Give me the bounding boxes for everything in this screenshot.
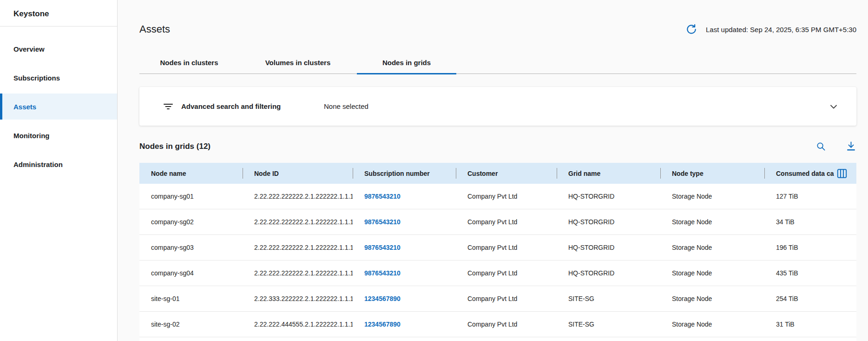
table-section-header: Nodes in grids (12) (139, 136, 856, 157)
page-title: Assets (139, 23, 170, 35)
last-updated-text: Last updated: Sep 24, 2025, 6:35 PM GMT+… (706, 26, 856, 33)
cell-type: Storage Node (660, 235, 764, 260)
cell-node-name: site-sg-02 (139, 312, 243, 337)
table-row: company-sg032.22.222.222222.2.1.222222.1… (139, 235, 856, 261)
column-header-node-name[interactable]: Node name (139, 163, 243, 184)
cell-customer: Company Pvt Ltd (456, 312, 557, 337)
column-header-customer[interactable]: Customer (456, 163, 557, 184)
sidebar-item-assets[interactable]: Assets (0, 94, 117, 120)
sidebar-item-monitoring[interactable]: Monitoring (0, 122, 117, 148)
table-body: company-sg012.22.222.222222.2.1.222222.1… (139, 184, 856, 337)
cell-customer: Company Pvt Ltd (456, 261, 557, 286)
cell-customer: Company Pvt Ltd (456, 209, 557, 234)
sidebar-item-overview[interactable]: Overview (0, 36, 117, 62)
search-icon[interactable] (815, 141, 826, 152)
cell-consumed: 254 TiB (764, 286, 856, 311)
column-header-grid-name[interactable]: Grid name (557, 163, 660, 184)
cell-node-id: 2.22.222.222222.2.1.222222.1.1.1.2 (243, 209, 353, 234)
table-row-partial (139, 337, 856, 341)
cell-consumed: 196 TiB (764, 235, 856, 260)
cell-grid: SITE-SG (557, 312, 660, 337)
subscription-number-link[interactable]: 9876543210 (364, 218, 401, 226)
cell-grid: HQ-STORGRID (557, 184, 660, 209)
filter-icon (163, 101, 174, 112)
download-icon[interactable] (846, 141, 856, 152)
cell-node-id: 2.22.222.222222.2.1.222222.1.1.1.3 (243, 235, 353, 260)
refresh-icon[interactable] (685, 23, 697, 35)
page-header: Assets Last updated: Sep 24, 2025, 6:35 … (139, 18, 856, 41)
cell-grid: HQ-STORGRID (557, 209, 660, 234)
subscription-number-link[interactable]: 1234567890 (364, 321, 401, 328)
sidebar-item-label: Subscriptions (13, 74, 60, 82)
column-header-subscription-number[interactable]: Subscription number (353, 163, 456, 184)
cell-subscription: 9876543210 (353, 184, 456, 209)
advanced-search-panel[interactable]: Advanced search and filtering None selec… (139, 87, 856, 126)
cell-subscription: 9876543210 (353, 209, 456, 234)
cell-consumed: 435 TiB (764, 261, 856, 286)
cell-consumed: 34 TiB (764, 209, 856, 234)
tab-bar: Nodes in clusters Volumes in clusters No… (139, 59, 856, 74)
cell-type: Storage Node (660, 184, 764, 209)
table-row: company-sg022.22.222.222222.2.1.222222.1… (139, 209, 856, 235)
sidebar-item-label: Monitoring (13, 132, 49, 140)
cell-node-name: company-sg04 (139, 261, 243, 286)
tab-label: Volumes in clusters (265, 59, 331, 67)
tab-volumes-in-clusters[interactable]: Volumes in clusters (248, 59, 348, 74)
cell-type: Storage Node (660, 312, 764, 337)
cell-node-id: 2.22.222.444555.2.1.222222.1.1.1.1 (243, 312, 353, 337)
chevron-down-icon[interactable] (828, 101, 839, 112)
cell-grid: HQ-STORGRID (557, 235, 660, 260)
cell-subscription: 1234567890 (353, 312, 456, 337)
tab-label: Nodes in clusters (160, 59, 218, 67)
cell-type: Storage Node (660, 286, 764, 311)
tab-label: Nodes in grids (382, 59, 431, 67)
cell-subscription: 9876543210 (353, 261, 456, 286)
cell-node-name: site-sg-01 (139, 286, 243, 311)
subscription-number-link[interactable]: 9876543210 (364, 244, 401, 251)
table-row: company-sg012.22.222.222222.2.1.222222.1… (139, 184, 856, 209)
cell-customer: Company Pvt Ltd (456, 286, 557, 311)
main-content: Assets Last updated: Sep 24, 2025, 6:35 … (118, 0, 868, 341)
cell-node-id: 2.22.222.222222.2.1.222222.1.1.1.1 (243, 184, 353, 209)
cell-subscription: 9876543210 (353, 235, 456, 260)
last-updated-group: Last updated: Sep 24, 2025, 6:35 PM GMT+… (685, 23, 856, 35)
sidebar: Keystone Overview Subscriptions Assets M… (0, 0, 118, 341)
table-row: company-sg042.22.222.222222.2.1.222222.1… (139, 261, 856, 286)
cell-node-name: company-sg01 (139, 184, 243, 209)
cell-consumed: 127 TiB (764, 184, 856, 209)
subscription-number-link[interactable]: 9876543210 (364, 269, 401, 277)
cell-subscription: 1234567890 (353, 286, 456, 311)
tab-nodes-in-clusters[interactable]: Nodes in clusters (139, 59, 239, 74)
sidebar-item-subscriptions[interactable]: Subscriptions (0, 65, 117, 91)
column-header-node-id[interactable]: Node ID (243, 163, 353, 184)
cell-consumed: 31 TiB (764, 312, 856, 337)
table-title: Nodes in grids (12) (139, 142, 210, 151)
subscription-number-link[interactable]: 1234567890 (364, 295, 401, 302)
cell-grid: SITE-SG (557, 286, 660, 311)
cell-node-name: company-sg03 (139, 235, 243, 260)
nodes-table: Node name Node ID Subscription number Cu… (139, 163, 856, 341)
sidebar-item-label: Overview (13, 45, 45, 53)
cell-node-id: 2.22.222.222222.2.1.222222.1.1.1.4 (243, 261, 353, 286)
app-window: Keystone Overview Subscriptions Assets M… (0, 0, 868, 341)
cell-customer: Company Pvt Ltd (456, 184, 557, 209)
cell-grid: HQ-STORGRID (557, 261, 660, 286)
advanced-search-label: Advanced search and filtering (181, 102, 324, 110)
table-columns-icon[interactable] (836, 167, 848, 180)
table-row: site-sg-022.22.222.444555.2.1.222222.1.1… (139, 312, 856, 337)
column-header-node-type[interactable]: Node type (660, 163, 764, 184)
tab-nodes-in-grids[interactable]: Nodes in grids (357, 59, 456, 74)
table-row: site-sg-012.22.333.222222.2.1.222222.1.1… (139, 286, 856, 312)
subscription-number-link[interactable]: 9876543210 (364, 193, 401, 200)
cell-type: Storage Node (660, 261, 764, 286)
sidebar-item-label: Assets (13, 103, 36, 111)
filter-selection-value: None selected (324, 102, 368, 110)
app-title: Keystone (0, 0, 117, 27)
sidebar-item-label: Administration (13, 160, 63, 168)
cell-type: Storage Node (660, 209, 764, 234)
sidebar-nav: Overview Subscriptions Assets Monitoring… (0, 27, 117, 177)
table-header-row: Node name Node ID Subscription number Cu… (139, 163, 856, 184)
cell-node-name: company-sg02 (139, 209, 243, 234)
sidebar-item-administration[interactable]: Administration (0, 151, 117, 177)
table-actions (815, 141, 856, 152)
